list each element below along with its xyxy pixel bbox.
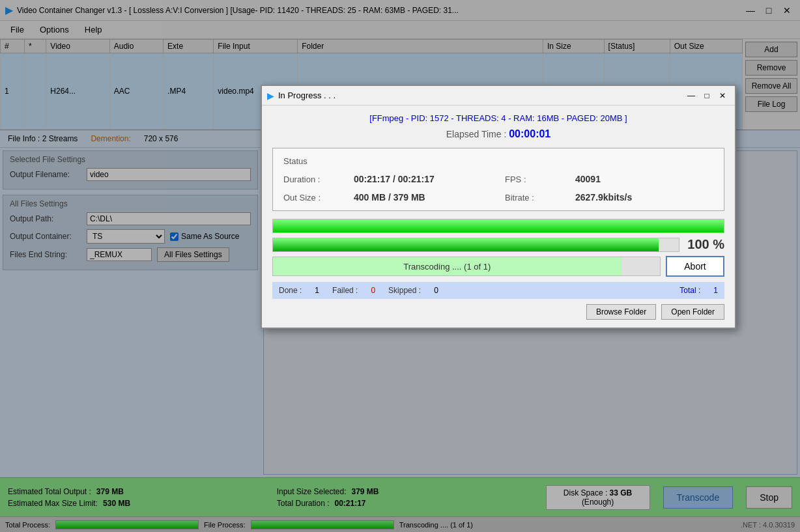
open-folder-button[interactable]: Open Folder <box>661 304 724 320</box>
abort-button[interactable]: Abort <box>666 256 724 277</box>
modal-maximize-button[interactable]: □ <box>700 90 714 102</box>
skipped-label: Skipped : <box>388 286 421 295</box>
modal-body: [FFmpeg - PID: 1572 - THREADS: 4 - RAM: … <box>262 105 735 328</box>
transcoding-progress: Transcoding .... (1 of 1) <box>272 257 661 276</box>
ffmpeg-info: [FFmpeg - PID: 1572 - THREADS: 4 - RAM: … <box>272 113 724 123</box>
progress-bar-1 <box>272 219 724 233</box>
out-size-label: Out Size : <box>283 193 349 203</box>
transcoding-label: Transcoding .... (1 of 1) <box>403 262 491 272</box>
modal-minimize-button[interactable]: — <box>684 90 698 102</box>
transcoding-fill: Transcoding .... (1 of 1) <box>273 257 621 275</box>
failed-label: Failed : <box>332 286 358 295</box>
elapsed-value: 00:00:01 <box>509 128 550 139</box>
in-progress-modal: ▶ In Progress . . . — □ ✕ [FFmpeg - PID:… <box>261 85 736 329</box>
progress-percent: 100 % <box>687 237 724 252</box>
modal-titlebar: ▶ In Progress . . . — □ ✕ <box>262 86 735 105</box>
progress-fill-1 <box>273 219 724 232</box>
bitrate-label: Bitrate : <box>505 193 570 203</box>
fps-stat-value: 40091 <box>575 174 601 184</box>
fps-stat-label: FPS : <box>505 175 570 184</box>
progress-bar-2 <box>272 238 679 252</box>
progress-section: 100 % Transcoding .... (1 of 1) Abort <box>272 219 724 277</box>
modal-icon: ▶ <box>267 91 274 101</box>
folder-row: Browse Folder Open Folder <box>272 304 724 320</box>
total-label: Total : <box>679 286 700 295</box>
skipped-value: 0 <box>434 286 438 295</box>
modal-status-title: Status <box>283 156 713 166</box>
modal-overlay: ▶ In Progress . . . — □ ✕ [FFmpeg - PID:… <box>0 0 800 532</box>
out-size-value: 400 MB / 379 MB <box>354 192 425 203</box>
elapsed-row: Elapsed Time : 00:00:01 <box>272 128 724 140</box>
transcoding-row: Transcoding .... (1 of 1) Abort <box>272 256 724 277</box>
bitrate-row: Bitrate : 2627.9kbits/s <box>505 192 713 203</box>
modal-status-box: Status Duration : 00:21:17 / 00:21:17 FP… <box>272 148 724 211</box>
done-row: Done : 1 Failed : 0 Skipped : 0 Total : … <box>272 282 724 299</box>
progress-fill-2 <box>273 238 659 251</box>
done-value: 1 <box>315 286 319 295</box>
browse-folder-button[interactable]: Browse Folder <box>586 304 656 320</box>
modal-close-button[interactable]: ✕ <box>715 90 730 102</box>
failed-value: 0 <box>371 286 375 295</box>
duration-row: Duration : 00:21:17 / 00:21:17 <box>283 174 492 184</box>
duration-label: Duration : <box>283 175 349 184</box>
elapsed-label: Elapsed Time : <box>446 129 507 139</box>
modal-title: In Progress . . . <box>278 91 684 100</box>
bitrate-value: 2627.9kbits/s <box>575 192 632 203</box>
out-size-row: Out Size : 400 MB / 379 MB <box>283 192 492 203</box>
done-label: Done : <box>279 286 302 295</box>
fps-row: FPS : 40091 <box>505 174 713 184</box>
duration-value: 00:21:17 / 00:21:17 <box>354 174 435 184</box>
modal-titlebar-buttons: — □ ✕ <box>684 90 730 102</box>
progress-row-2: 100 % <box>272 237 724 252</box>
stats-grid: Duration : 00:21:17 / 00:21:17 FPS : 400… <box>283 174 713 203</box>
total-value: 1 <box>713 286 718 295</box>
